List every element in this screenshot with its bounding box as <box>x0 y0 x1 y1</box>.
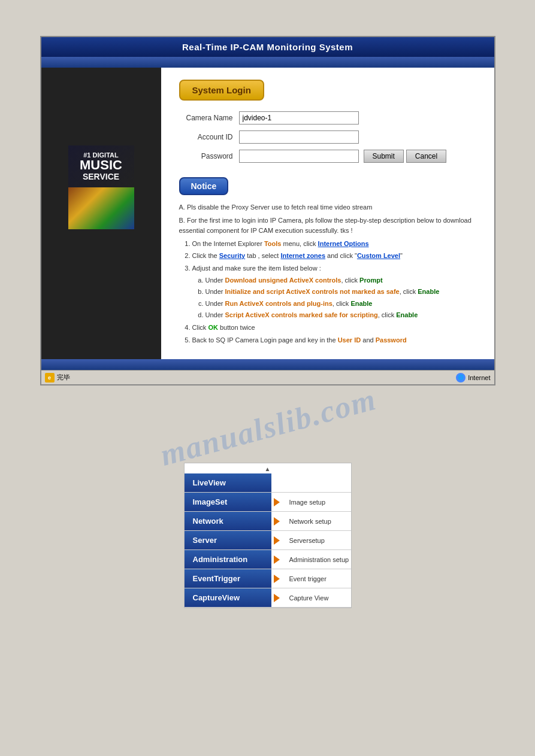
notice-substep-b: Under Initialize and script ActiveX cont… <box>205 287 476 297</box>
submit-label: Submit <box>373 152 395 160</box>
menu-panel-inner: LiveView ImageSet Image setup Network Ne… <box>185 473 351 608</box>
cancel-button[interactable]: Cancel <box>406 150 446 163</box>
main-content: System Login Camera Name Account ID Pass… <box>161 68 494 359</box>
notice-step-4: Click OK button twice <box>192 323 476 333</box>
notice-substep-d: Under Script ActiveX controls marked saf… <box>205 310 476 321</box>
page-title: Real-Time IP-CAM Monitoring System <box>182 42 353 52</box>
password-input[interactable] <box>239 150 359 163</box>
menu-btn-captureview[interactable]: CaptureView <box>185 588 271 607</box>
menu-btn-server[interactable]: Server <box>185 531 271 549</box>
menu-arrow-network <box>274 517 280 526</box>
browser-title: Real-Time IP-CAM Monitoring System <box>41 37 494 57</box>
menu-arrow-captureview <box>274 594 280 602</box>
account-id-input[interactable] <box>239 130 359 144</box>
menu-panel: ▲ LiveView ImageSet Image setup Network … <box>184 463 352 608</box>
cancel-label: Cancel <box>415 152 437 160</box>
menu-btn-eventtrigger[interactable]: EventTrigger <box>185 569 271 588</box>
camera-name-label: Camera Name <box>179 114 239 122</box>
menu-label-network: Network setup <box>280 518 351 525</box>
page-icon: e <box>45 373 55 382</box>
browser-content: #1 DIGITAL MUSIC SERVICE System Login Ca… <box>41 68 494 359</box>
notice-step-1: On the Internet Explorer Tools menu, cli… <box>192 239 476 250</box>
music-image-bg <box>68 187 134 229</box>
camera-name-input[interactable] <box>239 111 359 125</box>
menu-btn-network[interactable]: Network <box>185 512 271 530</box>
menu-label-administration: Administration setup <box>280 556 351 563</box>
notice-substep-a: Under Download unsigned ActiveX controls… <box>205 275 476 286</box>
status-text: 完毕 <box>57 373 70 382</box>
watermark-text: manualslib.com <box>157 382 380 472</box>
camera-name-row: Camera Name <box>179 111 476 125</box>
logo-music: MUSIC <box>77 159 126 172</box>
menu-btn-administration[interactable]: Administration <box>185 550 271 569</box>
notice-line-b: B. For the first ime to login into IP Ca… <box>179 215 476 236</box>
menu-arrow-eventtrigger <box>274 575 280 583</box>
browser-toolbar <box>41 57 494 68</box>
notice-title: Notice <box>191 181 217 191</box>
menu-label-server: Serversetup <box>280 537 351 544</box>
logo-service: SERVICE <box>77 172 126 181</box>
menu-label-eventtrigger: Event trigger <box>280 575 351 582</box>
status-left: e 完毕 <box>45 373 70 382</box>
account-id-row: Account ID <box>179 130 476 144</box>
menu-btn-imageset[interactable]: ImageSet <box>185 493 271 511</box>
menu-item-server[interactable]: Server Serversetup <box>185 531 351 550</box>
browser-window: Real-Time IP-CAM Monitoring System #1 DI… <box>40 36 495 385</box>
notice-content: A. Pls disable the Proxy Server use to f… <box>179 202 476 345</box>
account-id-label: Account ID <box>179 133 239 141</box>
notice-button: Notice <box>179 177 229 195</box>
password-row: Password Submit Cancel <box>179 150 476 163</box>
menu-arrow-server <box>274 536 280 545</box>
system-login-label: System Login <box>192 85 251 95</box>
menu-item-imageset[interactable]: ImageSet Image setup <box>185 493 351 512</box>
menu-arrow-imageset <box>274 498 280 506</box>
music-service-logo: #1 DIGITAL MUSIC SERVICE <box>68 145 134 187</box>
notice-step-2: Click the Security tab , select Internet… <box>192 251 476 262</box>
notice-substeps: Under Download unsigned ActiveX controls… <box>205 275 476 321</box>
menu-item-eventtrigger[interactable]: EventTrigger Event trigger <box>185 569 351 588</box>
menu-label-imageset: Image setup <box>280 499 351 506</box>
menu-label-captureview: Capture View <box>280 594 351 602</box>
password-label: Password <box>179 152 239 160</box>
sidebar-image: #1 DIGITAL MUSIC SERVICE <box>41 68 161 359</box>
menu-item-captureview[interactable]: CaptureView Capture View <box>185 588 351 608</box>
submit-button[interactable]: Submit <box>364 150 404 163</box>
system-login-button[interactable]: System Login <box>179 80 264 101</box>
notice-steps: On the Internet Explorer Tools menu, cli… <box>192 239 476 345</box>
notice-line-a: A. Pls disable the Proxy Server use to f… <box>179 202 476 213</box>
menu-item-administration[interactable]: Administration Administration setup <box>185 550 351 569</box>
notice-step-3: Adjust and make sure the item listed bel… <box>192 263 476 321</box>
menu-item-network[interactable]: Network Network setup <box>185 512 351 531</box>
menu-arrow-administration <box>274 555 280 564</box>
notice-substep-c: Under Run ActiveX controls and plug-ins,… <box>205 299 476 309</box>
